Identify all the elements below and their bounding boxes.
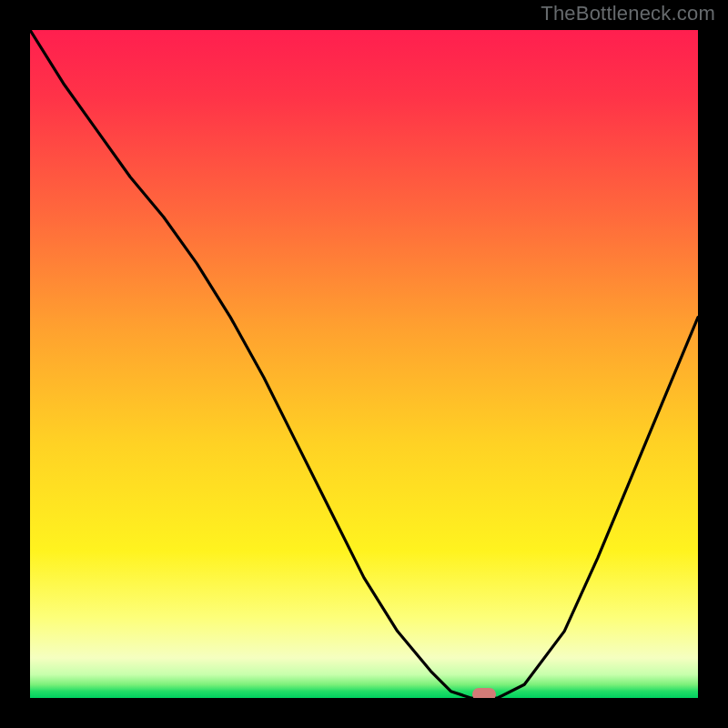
chart-frame: TheBottleneck.com <box>0 0 728 728</box>
optimal-point-marker <box>472 688 496 698</box>
plot-area <box>30 30 698 698</box>
bottleneck-curve <box>30 30 698 698</box>
watermark-label: TheBottleneck.com <box>541 2 715 25</box>
